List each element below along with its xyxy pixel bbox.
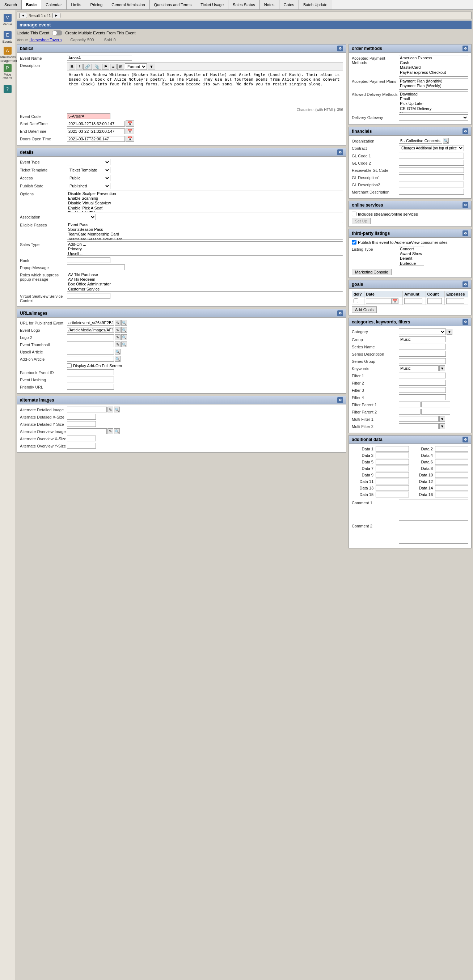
marketing-console-button[interactable]: Marketing Console xyxy=(352,269,392,275)
filter-parent2-input1[interactable] xyxy=(399,409,420,415)
filter4-input[interactable] xyxy=(399,394,446,400)
ticket-template-select[interactable]: Ticket Template xyxy=(67,167,110,173)
sidebar-item-venue[interactable]: V Venue xyxy=(1,11,14,28)
alt-detailed-image-search-icon[interactable]: 🔍 xyxy=(114,407,120,412)
attach-button[interactable]: 📎 xyxy=(92,64,101,70)
description-textarea[interactable]: AroarA is Andrew Whiteman (Broken Social… xyxy=(67,70,343,107)
goals-count-input[interactable] xyxy=(427,298,442,304)
end-date-picker[interactable]: 📅 xyxy=(126,128,134,134)
financials-settings-icon[interactable]: ⚙ xyxy=(462,129,468,134)
start-date-input[interactable] xyxy=(67,121,125,127)
event-name-input[interactable] xyxy=(67,55,132,61)
published-url-edit-icon[interactable]: ✎ xyxy=(115,320,121,326)
series-desc-input[interactable] xyxy=(399,351,446,357)
online-services-settings-icon[interactable]: ⚙ xyxy=(462,202,468,208)
alt-detailed-image-input[interactable] xyxy=(67,407,107,412)
data1-input[interactable] xyxy=(376,446,409,452)
keywords-input[interactable] xyxy=(399,365,439,371)
set-up-button[interactable]: Set Up xyxy=(352,218,371,224)
data10-input[interactable] xyxy=(435,472,468,478)
data11-input[interactable] xyxy=(376,479,409,484)
goals-amount-input[interactable] xyxy=(404,298,422,304)
start-date-picker[interactable]: 📅 xyxy=(126,121,134,127)
multi-filter2-btn[interactable]: ▼ xyxy=(440,423,445,429)
keywords-select-btn[interactable]: ▼ xyxy=(440,365,445,371)
data6-input[interactable] xyxy=(435,459,468,465)
series-group-input[interactable] xyxy=(399,358,446,364)
merchant-desc-input[interactable] xyxy=(399,189,464,195)
upsell-article-input[interactable] xyxy=(67,349,114,355)
tab-notes[interactable]: Notes xyxy=(260,0,279,10)
list-button[interactable]: ≡ xyxy=(110,64,116,70)
link-button[interactable]: 🔗 xyxy=(83,64,92,70)
payment-plans-listbox[interactable]: Payment Plan (Monthly) Payment Plan (Wee… xyxy=(399,78,468,90)
category-select[interactable] xyxy=(399,328,446,335)
gl-desc1-input[interactable] xyxy=(399,174,464,180)
alt-overview-image-search-icon[interactable]: 🔍 xyxy=(114,428,120,434)
event-logo-search-icon[interactable]: 🔍 xyxy=(121,327,127,333)
alt-detailed-y-input[interactable] xyxy=(67,421,96,427)
categories-settings-icon[interactable]: ⚙ xyxy=(462,319,468,325)
details-settings-icon[interactable]: ⚙ xyxy=(337,150,343,155)
event-hashtag-input[interactable] xyxy=(67,377,114,382)
event-thumbnail-edit-icon[interactable]: ✎ xyxy=(115,342,121,347)
data16-input[interactable] xyxy=(435,492,468,497)
gl-code1-input[interactable] xyxy=(399,153,464,158)
grid-button[interactable]: ⊞ xyxy=(117,64,124,70)
format-arrow[interactable]: ▼ xyxy=(148,64,155,70)
receivable-gl-input[interactable] xyxy=(399,167,464,173)
sidebar-item-admissions[interactable]: A Admissions Management xyxy=(1,46,14,63)
alt-overview-image-input[interactable] xyxy=(67,428,107,434)
friendly-url-input[interactable] xyxy=(67,384,114,390)
payment-methods-listbox[interactable]: American Express Cash MasterCard PayPal … xyxy=(399,55,468,77)
contract-select[interactable]: Charges Additional (on top of price) xyxy=(399,145,464,151)
urls-settings-icon[interactable]: ⚙ xyxy=(337,310,343,316)
gl-desc2-input[interactable] xyxy=(399,181,464,188)
delivery-methods-listbox[interactable]: Download Email Pick Up Later CR-GTM-Deli… xyxy=(399,91,468,113)
upsell-article-search-icon[interactable]: 🔍 xyxy=(115,349,121,355)
event-thumbnail-search-icon[interactable]: 🔍 xyxy=(121,342,127,347)
includes-streamed-checkbox[interactable] xyxy=(352,212,357,216)
data13-input[interactable] xyxy=(376,485,409,491)
doors-open-picker[interactable]: 📅 xyxy=(126,136,134,142)
goals-del-checkbox[interactable] xyxy=(354,298,358,303)
filter-parent1-input2[interactable] xyxy=(421,402,450,407)
tab-sales-status[interactable]: Sales Status xyxy=(228,0,260,10)
logo2-search-icon[interactable]: 🔍 xyxy=(121,334,127,340)
filter-parent1-input1[interactable] xyxy=(399,402,420,407)
popup-message-input[interactable] xyxy=(67,264,125,270)
third-party-settings-icon[interactable]: ⚙ xyxy=(462,231,468,236)
tab-limits[interactable]: Limits xyxy=(67,0,86,10)
alt-overview-y-input[interactable] xyxy=(67,443,96,449)
tab-questions[interactable]: Questions and Terms xyxy=(150,0,196,10)
update-toggle[interactable] xyxy=(52,30,62,35)
published-url-input[interactable] xyxy=(67,320,114,326)
basics-settings-icon[interactable]: ⚙ xyxy=(337,46,343,51)
organization-input[interactable] xyxy=(399,138,442,144)
delivery-gateway-select[interactable] xyxy=(399,114,468,121)
filter-parent2-input2[interactable] xyxy=(421,409,450,415)
group-input[interactable] xyxy=(399,336,446,342)
display-fullscreen-checkbox[interactable] xyxy=(67,363,72,368)
event-logo-input[interactable] xyxy=(67,327,114,333)
tab-basic[interactable]: Basic xyxy=(22,0,41,10)
logo2-input[interactable] xyxy=(67,334,114,340)
options-listbox[interactable]: Disable Scalper Prevention Enable Scanni… xyxy=(67,191,343,212)
order-methods-settings-icon[interactable]: ⚙ xyxy=(462,46,468,51)
end-date-input[interactable] xyxy=(67,129,125,134)
goals-settings-icon[interactable]: ⚙ xyxy=(462,282,468,287)
access-select[interactable]: Public xyxy=(67,175,110,181)
addon-article-input[interactable] xyxy=(67,356,114,362)
add-goals-button[interactable]: Add Goals xyxy=(352,306,377,313)
sidebar-item-misc[interactable]: ? xyxy=(1,81,14,98)
logo2-edit-icon[interactable]: ✎ xyxy=(115,334,121,340)
comment1-textarea[interactable] xyxy=(399,500,468,520)
multi-filter1-btn[interactable]: ▼ xyxy=(440,416,445,422)
series-name-input[interactable] xyxy=(399,344,446,350)
multi-filter1-input[interactable] xyxy=(399,416,439,422)
event-code-input[interactable] xyxy=(67,113,110,119)
tab-ticket-usage[interactable]: Ticket Usage xyxy=(196,0,228,10)
listing-type-listbox[interactable]: Concert Award Show Benefit Burleque Caba… xyxy=(399,246,424,266)
rank-input[interactable] xyxy=(67,257,110,263)
data15-input[interactable] xyxy=(376,492,409,497)
